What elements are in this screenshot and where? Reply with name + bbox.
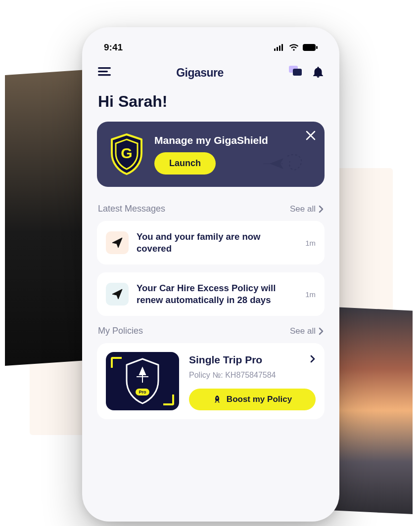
chevron-right-icon bbox=[310, 354, 316, 363]
boost-label: Boost my Policy bbox=[227, 394, 292, 404]
decorative-bg-photo-left bbox=[5, 69, 94, 366]
svg-rect-4 bbox=[303, 44, 316, 51]
messages-section-label: Latest Messages bbox=[98, 204, 165, 214]
boost-policy-button[interactable]: Boost my Policy bbox=[189, 389, 316, 410]
chevron-right-icon bbox=[319, 205, 324, 213]
policy-title: Single Trip Pro bbox=[189, 354, 262, 366]
hero-close-button[interactable] bbox=[306, 131, 316, 142]
hamburger-icon bbox=[98, 67, 111, 76]
svg-rect-0 bbox=[274, 48, 276, 51]
svg-rect-8 bbox=[98, 74, 111, 76]
svg-rect-6 bbox=[98, 67, 111, 69]
wifi-icon bbox=[289, 44, 299, 51]
paper-plane-icon bbox=[111, 237, 123, 249]
see-all-label: See all bbox=[290, 326, 316, 336]
message-card[interactable]: Your Car Hire Excess Policy will renew a… bbox=[97, 272, 325, 316]
notifications-button[interactable] bbox=[313, 66, 324, 80]
svg-rect-5 bbox=[316, 46, 318, 49]
message-card[interactable]: You and your family are now covered 1m bbox=[97, 221, 325, 264]
svg-text:Pro: Pro bbox=[139, 390, 146, 394]
svg-text:G: G bbox=[121, 145, 132, 161]
svg-rect-10 bbox=[293, 69, 302, 76]
message-icon-wrap bbox=[106, 231, 129, 254]
messages-see-all-link[interactable]: See all bbox=[290, 204, 324, 214]
svg-point-14 bbox=[216, 397, 218, 399]
chevron-right-icon bbox=[319, 327, 324, 335]
svg-rect-2 bbox=[279, 45, 280, 51]
greeting-title: Hi Sarah! bbox=[97, 90, 325, 122]
message-text: Your Car Hire Excess Policy will renew a… bbox=[137, 282, 297, 306]
policies-section-header: My Policies See all bbox=[97, 324, 325, 343]
brand-logo: Gigasure bbox=[176, 66, 224, 80]
shield-plane-icon: Pro bbox=[122, 357, 163, 405]
policies-section-label: My Policies bbox=[98, 326, 143, 336]
policy-badge: Pro bbox=[106, 352, 179, 410]
see-all-label: See all bbox=[290, 204, 316, 214]
bell-icon bbox=[313, 66, 324, 78]
menu-button[interactable] bbox=[98, 67, 111, 78]
message-icon-wrap bbox=[106, 283, 129, 306]
message-time: 1m bbox=[305, 290, 316, 299]
close-icon bbox=[306, 131, 316, 140]
rocket-icon bbox=[213, 395, 222, 404]
message-text: You and your family are now covered bbox=[137, 231, 297, 255]
status-bar: 9:41 bbox=[97, 42, 325, 62]
paper-plane-icon bbox=[111, 288, 123, 300]
policy-card[interactable]: Pro Single Trip Pro Policy №: KH87584758… bbox=[97, 343, 325, 419]
policy-open-button[interactable] bbox=[310, 354, 316, 365]
status-time: 9:41 bbox=[104, 42, 123, 53]
phone-frame: 9:41 Gigasure Hi Sarah! G bbox=[82, 27, 339, 522]
battery-icon bbox=[303, 44, 318, 51]
hero-title: Manage my GigaShield bbox=[154, 134, 314, 146]
policies-see-all-link[interactable]: See all bbox=[290, 326, 324, 336]
message-time: 1m bbox=[305, 239, 316, 247]
chat-icon bbox=[289, 66, 302, 78]
launch-button[interactable]: Launch bbox=[154, 152, 216, 175]
cellular-icon bbox=[274, 44, 285, 51]
policy-number: Policy №: KH875847584 bbox=[189, 371, 316, 380]
status-indicators bbox=[274, 44, 318, 51]
chat-button[interactable] bbox=[289, 66, 302, 80]
messages-section-header: Latest Messages See all bbox=[97, 202, 325, 221]
svg-rect-3 bbox=[281, 44, 283, 51]
top-nav: Gigasure bbox=[97, 62, 325, 90]
gigashield-shield-icon: G bbox=[108, 132, 145, 176]
gigashield-hero-card: G Manage my GigaShield Launch bbox=[97, 122, 325, 187]
svg-rect-7 bbox=[98, 71, 108, 72]
svg-rect-1 bbox=[277, 47, 278, 51]
